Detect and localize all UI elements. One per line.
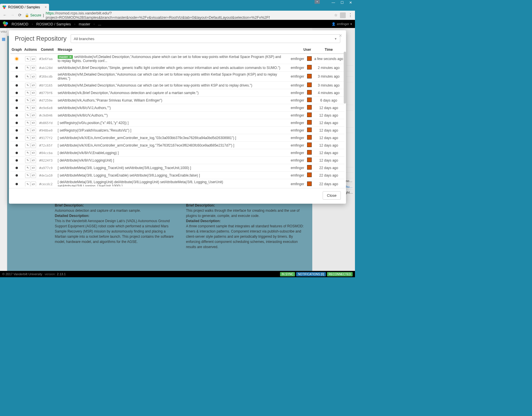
commit-hash[interactable]: #c9d946 [38,112,57,119]
tag-commit-button[interactable]: 🏷 [31,56,36,61]
table-row[interactable]: ✎🏷#8779f6setAttribute(/v/k,Brief Descrip… [10,89,345,97]
chrome-profile-icon[interactable]: ▪ [315,0,320,4]
commit-hash[interactable]: #a977c9 [38,164,57,172]
branch-tag[interactable]: master ✕ [58,55,73,59]
commit-hash[interactable]: #04ccba [38,149,57,157]
tag-commit-button[interactable]: 🏷 [31,143,36,148]
table-row[interactable]: ✎🏷#c9d946setAttribute(/v/k/8/c/V,Authors… [10,112,345,119]
extension-button[interactable] [340,12,346,18]
tag-commit-button[interactable]: 🏷 [31,128,36,133]
tag-commit-button[interactable]: 🏷 [31,98,36,103]
nav-back-button[interactable]: ← [2,13,7,18]
window-minimize-button[interactable]: — [329,0,338,5]
nav-forward-button[interactable]: → [10,13,15,18]
table-row[interactable]: ✎🏷#72c65f[ setAttribute(/v/k/X/E/x,ArmCo… [10,142,345,149]
commit-hash[interactable]: #0224f3 [38,157,57,164]
edit-commit-button[interactable]: ✎ [25,120,30,125]
edit-commit-button[interactable]: ✎ [25,143,30,148]
table-row[interactable]: ✎🏷#04ccba[ delAttribute(/v/k/8/r/V,Enabl… [10,149,345,157]
actions-cell: ✎🏷 [23,64,38,72]
sync-badge[interactable]: IN SYNC [280,272,295,276]
commit-hash[interactable]: #b865fd [38,119,57,127]
commit-hash[interactable]: #948be0 [38,127,57,134]
browser-menu-button[interactable]: ⋮ [348,12,353,18]
table-row[interactable]: ✎🏷#8f3165setAttribute(/v/M,Detailed Desc… [10,82,345,89]
avatar-cell [306,64,313,72]
edit-commit-button[interactable]: ✎ [25,90,30,95]
commit-hash[interactable]: #8f3165 [38,82,57,89]
commit-hash[interactable]: #8779f6 [38,89,57,97]
commit-hash[interactable]: #3e6faa [38,54,57,64]
table-row[interactable]: ✎🏷#ab128dsetAttribute(/v/I,Brief Descrip… [10,64,345,72]
edit-commit-button[interactable]: ✎ [25,105,30,110]
commit-hash[interactable]: #de1a10 [38,172,57,179]
table-row[interactable]: ✎🏷#de1a10[ setAttributeMeta(/3/8, Loggin… [10,172,345,179]
tag-commit-button[interactable]: 🏷 [31,150,36,155]
edit-commit-button[interactable]: ✎ [25,113,30,118]
edit-commit-button[interactable]: ✎ [25,158,30,163]
commit-hash[interactable]: #ab128d [38,64,57,72]
edit-commit-button[interactable]: ✎ [25,173,30,178]
caret-down-icon[interactable]: ▾ [350,22,352,26]
notifications-badge[interactable]: NOTIFICATIONS [0] [296,272,326,276]
table-row[interactable]: ✎🏷#948be0[ setRegistry(/3/P,validVisuali… [10,127,345,134]
reconnected-badge[interactable]: RECONNECTED [327,272,353,276]
url-input[interactable]: 🔒Secure | https://rosmod.rcps.isis.vande… [25,11,332,20]
user-name[interactable]: emfinger [337,22,349,26]
tag-commit-button[interactable]: 🏷 [31,158,36,163]
commit-hash[interactable]: #cecdc2 [38,179,57,187]
tag-commit-button[interactable]: 🏷 [31,74,36,79]
edit-commit-button[interactable]: ✎ [25,56,30,61]
breadcrumb-brand[interactable]: ROSMOD [12,22,29,26]
branch-tag-close-icon[interactable]: ✕ [69,55,72,59]
table-row[interactable]: ✎🏷#cecdc2[ delAttributeMeta(/3/8, Loggin… [10,179,345,187]
tag-commit-button[interactable]: 🏷 [31,113,36,118]
tag-commit-button[interactable]: 🏷 [31,83,36,88]
edit-commit-button[interactable]: ✎ [25,150,30,155]
commit-hash[interactable]: #e9e6e8 [38,104,57,112]
tag-commit-button[interactable]: 🏷 [31,135,36,140]
table-row[interactable]: ✎🏷#a977c9[ setAttributeMeta(/3/8, Loggin… [10,164,345,172]
commit-hash[interactable]: #9177f2 [38,134,57,142]
window-maximize-button[interactable]: ☐ [338,0,346,5]
edit-commit-button[interactable]: ✎ [25,135,30,140]
browser-tab[interactable]: ROSMOD / Samples × [0,4,49,11]
bookmark-star-icon[interactable]: ☆ [334,13,338,17]
edit-commit-button[interactable]: ✎ [25,181,30,186]
tag-commit-button[interactable]: 🏷 [31,173,36,178]
edit-commit-button[interactable]: ✎ [25,128,30,133]
edit-commit-button[interactable]: ✎ [25,98,30,103]
nav-reload-button[interactable]: ⟳ [17,13,22,18]
modal-close-icon[interactable]: × [339,33,342,39]
tag-commit-button[interactable]: 🏷 [31,181,36,186]
table-scrollbar[interactable] [344,46,346,186]
close-button[interactable]: Close [323,191,341,200]
tab-close-icon[interactable]: × [45,5,47,9]
tag-commit-button[interactable]: 🏷 [31,65,36,70]
edit-commit-button[interactable]: ✎ [25,74,30,79]
table-row[interactable]: ✎🏷#e9e6e8setAttribute(/v/k/8/c/V/J,Autho… [10,104,345,112]
commit-hash[interactable]: #d7250e [38,97,57,104]
tag-commit-button[interactable]: 🏷 [31,105,36,110]
table-row[interactable]: ✎🏷#b865fd[ setRegistry(/v/0/u,position,{… [10,119,345,127]
grid-view-icon[interactable]: ▦ [0,37,7,41]
tag-commit-button[interactable]: 🏷 [31,120,36,125]
app-logo-icon[interactable] [3,21,8,27]
table-row[interactable]: ✎🏷#d7250esetAttribute(/v/k,Authors,"Pran… [10,97,345,104]
breadcrumb-branch[interactable]: master [79,22,90,26]
tag-commit-button[interactable]: 🏷 [31,165,36,170]
table-row[interactable]: ✎🏷#0224f3[ delAttribute(/v/k/8/r/V,Loggi… [10,157,345,164]
edit-commit-button[interactable]: ✎ [25,83,30,88]
branch-select[interactable]: All branches ▼ [71,34,340,43]
table-row[interactable]: ✎🏷#3e6faamaster ✕setAttribute(/v/f,Detai… [10,54,345,64]
commit-hash[interactable]: #72c65f [38,142,57,149]
commit-hash[interactable]: #16bcdb [38,72,57,82]
breadcrumb-project[interactable]: ROSMOD / Samples [36,22,71,26]
tag-commit-button[interactable]: 🏷 [31,90,36,95]
edit-commit-button[interactable]: ✎ [25,65,30,70]
window-close-button[interactable]: ✕ [346,0,355,5]
table-row[interactable]: ✎🏷#16bcdbsetAttribute(/v/M,Detailed Desc… [10,72,345,82]
edit-commit-button[interactable]: ✎ [25,165,30,170]
table-row[interactable]: ✎🏷#9177f2[ setAttribute(/v/k/X/E/x,ArmCo… [10,134,345,142]
breadcrumb-more[interactable]: ... [98,22,101,26]
